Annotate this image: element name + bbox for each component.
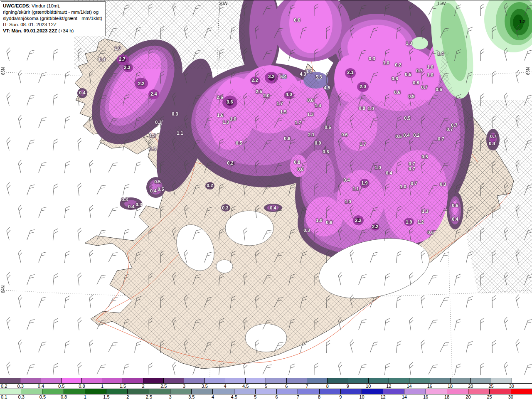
wind-barb-icon: [89, 340, 94, 353]
wind-barb-icon: [97, 273, 106, 286]
legend-tick-label: 0.8: [61, 394, 67, 399]
legend-tick-label: 1.5: [120, 384, 126, 389]
wind-barb-icon: [6, 48, 12, 61]
legend-cell: [163, 378, 184, 383]
wind-barb-icon: [27, 138, 35, 151]
legend-tick-label: 20: [468, 384, 473, 389]
legend-cell: [450, 378, 470, 383]
legend-tick-label: 18: [448, 384, 453, 389]
wind-barb-icon: [89, 295, 94, 308]
title-line-3: slydda/snjókoma (grátt/bleikt/grænt - mm…: [3, 15, 102, 22]
weather-map-frame: 20W15W66N66N64N1.00.42.72.32.22.40.30.31…: [0, 0, 532, 399]
wind-barb-icon: [27, 94, 35, 106]
legend-tick-label: 12: [386, 384, 391, 389]
wind-barb-icon: [77, 183, 83, 196]
legend-cell: [191, 389, 212, 394]
wind-barb-icon: [64, 340, 69, 353]
legend-cell: [127, 389, 148, 394]
wind-barb-icon: [384, 363, 389, 376]
wind-barb-icon: [97, 184, 106, 197]
wind-barb-icon: [480, 4, 485, 16]
legend-tick-label: 9: [347, 384, 349, 389]
wind-barb-icon: [396, 340, 401, 353]
wind-barb-icon: [53, 363, 58, 376]
legend-tick-label: 4: [224, 384, 226, 389]
legend-tick-label: 6: [285, 384, 288, 389]
legend-cell: [276, 389, 298, 394]
legend-tick-label: 8: [318, 394, 320, 399]
wind-barb-icon: [289, 363, 296, 376]
wind-barb-icon: [53, 138, 58, 151]
legend-cell: [340, 389, 362, 394]
legend-tick-label: 16: [423, 394, 428, 399]
rain-scale-bar: [0, 389, 532, 394]
legend-cell: [41, 378, 61, 383]
title-line-4: IT: Sun. 08. 01. 2023 12Z: [3, 22, 102, 28]
wind-barb-icon: [466, 296, 473, 308]
legend-tick-label: 2.5: [160, 384, 167, 389]
wind-barb-icon: [429, 273, 438, 286]
legend-tick-label: 25: [487, 394, 492, 399]
wind-barb-icon: [480, 318, 485, 330]
wind-barb-icon: [27, 318, 35, 331]
wind-barb-icon: [53, 94, 58, 106]
legend-cell: [234, 389, 255, 394]
legend-cell: [511, 389, 532, 394]
legend-cell: [184, 378, 204, 383]
legend-cell: [307, 378, 327, 383]
legend-cell: [61, 378, 81, 383]
wind-barb-icon: [326, 340, 330, 353]
legend-tick-label: 3.5: [188, 394, 195, 399]
wind-barb-icon: [17, 115, 24, 128]
legend-cell: [348, 378, 368, 383]
legend: 0.20.30.40.50.811.522.533.544.5567891012…: [0, 378, 532, 399]
wind-barb-icon: [525, 49, 532, 62]
wind-barb-icon: [123, 183, 130, 196]
legend-tick-label: 10: [366, 384, 371, 389]
legend-tick-label: 14: [402, 394, 407, 399]
wind-barb-icon: [17, 340, 24, 352]
wind-barb-icon: [455, 273, 461, 286]
wind-barb-icon: [349, 340, 356, 352]
legend-cell: [426, 389, 447, 394]
wind-barb-icon: [455, 318, 461, 331]
legend-cell: [0, 378, 20, 383]
wind-barb-icon: [409, 318, 414, 330]
legend-tick-label: 0.1: [1, 394, 7, 399]
wind-barb-icon: [64, 206, 69, 219]
legend-tick-label: 6: [276, 394, 278, 399]
wind-barb-icon: [27, 49, 35, 62]
wind-barb-icon: [370, 340, 378, 353]
wind-barb-icon: [6, 362, 12, 375]
legend-cell: [266, 378, 286, 383]
legend-cell: [0, 389, 21, 394]
legend-tick-label: 25: [488, 384, 493, 389]
wind-barb-icon: [337, 362, 344, 375]
legend-tick-label: 7: [305, 384, 308, 389]
legend-cell: [298, 389, 319, 394]
wind-barb-icon: [525, 363, 532, 376]
legend-cell: [491, 378, 511, 383]
legend-cell: [42, 389, 63, 394]
wind-barb-icon: [108, 251, 118, 264]
legend-tick-label: 4.5: [242, 384, 249, 389]
wind-barb-icon: [64, 296, 69, 308]
wind-barb-icon: [64, 251, 69, 264]
wind-barb-icon: [108, 161, 118, 174]
legend-cell: [327, 378, 347, 383]
title-line-1: UWC/ECDS: Vindur (10m),: [3, 3, 102, 9]
wind-barb-icon: [53, 273, 58, 286]
legend-cell: [204, 378, 225, 383]
legend-cell: [85, 389, 106, 394]
wind-barb-icon: [480, 49, 485, 61]
legend-cell: [245, 378, 266, 383]
legend-cell: [81, 378, 102, 383]
legend-cell: [143, 378, 163, 383]
legend-cell: [64, 389, 85, 394]
legend-tick-label: 1.5: [103, 394, 109, 399]
wind-barb-icon: [64, 116, 69, 129]
legend-cell: [319, 389, 340, 394]
map-canvas: [0, 0, 532, 378]
wind-barb-icon: [17, 70, 24, 83]
wind-barb-icon: [17, 160, 24, 173]
